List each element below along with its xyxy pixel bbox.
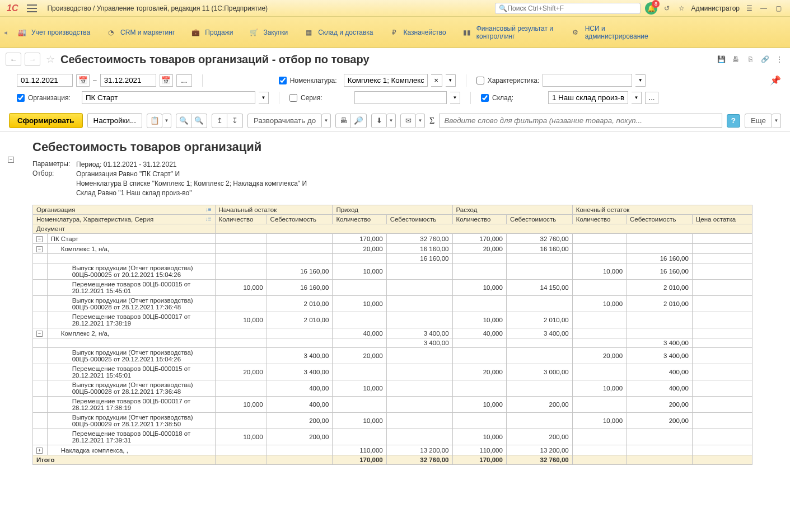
table-row[interactable]: Выпуск продукции (Отчет производства) 00… [33,413,752,429]
find-button[interactable]: 🔍 [176,114,191,128]
settings-button[interactable]: Настройки... [87,113,142,128]
col-out-cost[interactable]: Себестоимость [506,215,572,224]
link-icon[interactable]: 🔗 [760,54,770,64]
section-crm[interactable]: ◔CRM и маркетинг [98,17,183,48]
expand-to-button[interactable]: Разворачивать до [247,114,322,128]
characteristic-dropdown-icon[interactable]: ▼ [635,74,646,87]
section-treasury[interactable]: ₽Казначейство [381,17,454,48]
series-checkbox[interactable] [289,94,297,102]
email-button[interactable]: ✉ [400,114,416,128]
table-row[interactable]: Перемещение товаров 00ЦБ-000017 от 28.12… [33,397,752,413]
col-begin-cost[interactable]: Себестоимость [267,215,333,224]
pin-icon[interactable]: 📌 [770,75,781,86]
row-toggle-icon[interactable]: − [36,331,43,337]
characteristic-checkbox[interactable] [476,77,484,84]
print-icon[interactable]: 🖶 [731,54,741,64]
notifications-icon[interactable]: 🔔 8 [645,2,657,15]
quick-filter-input[interactable] [439,114,722,128]
export-icon[interactable]: ⎘ [745,54,755,64]
table-row[interactable]: Перемещение товаров 00ЦБ-000018 от 28.12… [33,429,752,445]
org-checkbox[interactable] [17,94,25,102]
history-icon[interactable]: ↺ [662,3,672,13]
section-purchases[interactable]: 🛒Закупки [241,17,296,48]
table-row[interactable]: 3 400,003 400,00 [33,338,752,348]
col-in-qty[interactable]: Количество [333,215,386,224]
table-row[interactable]: Выпуск продукции (Отчет производства) 00… [33,380,752,397]
table-row[interactable]: Перемещение товаров 00ЦБ-000015 от 20.12… [33,364,752,380]
save-button[interactable]: ⬇ [371,114,387,128]
col-end-qty[interactable]: Количество [572,215,626,224]
more-vert-icon[interactable]: ⋮ [774,54,784,64]
calendar-to-icon[interactable]: 📅 [160,74,173,87]
email-dropdown-icon[interactable]: ▼ [416,114,425,128]
table-row[interactable]: Перемещение товаров 00ЦБ-000017 от 28.12… [33,312,752,328]
series-dropdown-icon[interactable]: ▼ [450,92,460,104]
warehouse-checkbox[interactable] [481,94,489,102]
favorite-star-icon[interactable]: ☆ [44,53,57,65]
search-input[interactable] [507,4,637,12]
date-to-input[interactable] [100,74,156,87]
period-picker-button[interactable]: ... [176,74,192,87]
clear-nomenclature-icon[interactable]: × [431,74,442,87]
table-row[interactable]: −Комплекс 1, н/а,20,00016 160,0020,00016… [33,244,752,254]
collapse-button[interactable]: ↥ [212,114,227,128]
warehouse-input[interactable] [548,91,628,104]
col-in-cost[interactable]: Себестоимость [386,215,452,224]
org-dropdown-icon[interactable]: ▼ [259,92,269,104]
warehouse-picker-button[interactable]: ... [645,92,658,104]
col-org[interactable]: Организация↓≡ [33,205,216,215]
table-row[interactable]: +Накладка комплекса, ,110,00013 200,0011… [33,445,752,455]
find-next-button[interactable]: 🔍 [191,114,207,128]
row-toggle-icon[interactable]: − [36,246,43,252]
nomenclature-checkbox[interactable] [279,77,287,84]
generate-button[interactable]: Сформировать [9,113,83,128]
table-row[interactable]: −ПК Старт170,00032 760,00170,00032 760,0… [33,234,752,244]
preview-button[interactable]: 🔎 [351,114,367,128]
warehouse-dropdown-icon[interactable]: ▼ [632,92,642,104]
nomenclature-dropdown-icon[interactable]: ▼ [446,74,456,87]
expand-to-dropdown-icon[interactable]: ▼ [322,114,331,128]
section-nsi[interactable]: ⚙НСИ и администрирование [563,17,671,48]
variants-dropdown-icon[interactable]: ▼ [162,114,171,128]
section-sales[interactable]: 💼Продажи [183,17,241,48]
nav-back-button[interactable]: ← [6,53,21,66]
section-production[interactable]: 🏭Учет производства [9,17,98,48]
maximize-icon[interactable]: ▢ [773,3,783,13]
save-dropdown-icon[interactable]: ▼ [387,114,396,128]
characteristic-input[interactable] [543,74,632,87]
table-row[interactable]: Перемещение товаров 00ЦБ-000015 от 20.12… [33,280,752,296]
row-toggle-icon[interactable]: + [36,448,43,454]
favorites-icon[interactable]: ☆ [676,3,686,13]
save-icon[interactable]: 💾 [716,54,726,64]
col-nomen[interactable]: Номенклатура, Характеристика, Серия↓≡ [33,215,216,224]
date-from-input[interactable] [17,74,73,87]
table-row[interactable]: 16 160,0016 160,00 [33,254,752,263]
help-button[interactable]: ? [727,114,740,128]
main-menu-icon[interactable] [27,4,37,12]
variants-button[interactable]: 📋 [147,114,162,128]
section-finance[interactable]: ▮▮Финансовый результат и контроллинг [454,17,563,48]
org-input[interactable] [82,91,255,104]
global-search[interactable]: 🔍 [495,3,641,14]
nomenclature-input[interactable] [344,74,428,87]
print-button[interactable]: 🖶 [335,114,351,128]
col-end-cost[interactable]: Себестоимость [627,215,693,224]
user-name[interactable]: Администратор [691,4,740,12]
col-out-qty[interactable]: Количество [452,215,506,224]
calendar-from-icon[interactable]: 📅 [76,74,90,87]
col-doc[interactable]: Документ [33,224,216,234]
col-end-price[interactable]: Цена остатка [692,215,752,224]
row-toggle-icon[interactable]: − [36,236,43,242]
sections-prev-icon[interactable]: ◂ [2,29,9,36]
expand-button[interactable]: ↧ [227,114,243,128]
table-row[interactable]: Выпуск продукции (Отчет производства) 00… [33,263,752,280]
nav-forward-button[interactable]: → [25,53,40,66]
more-dropdown-icon[interactable]: ▼ [772,114,781,128]
sum-icon[interactable]: Σ [429,116,434,126]
section-warehouse[interactable]: ▦Склад и доставка [296,17,381,48]
table-row[interactable]: Выпуск продукции (Отчет производства) 00… [33,296,752,312]
settings-menu-icon[interactable]: ☰ [744,3,754,13]
series-input[interactable] [354,91,447,104]
col-begin-qty[interactable]: Количество [215,215,267,224]
more-button[interactable]: Еще [745,114,772,128]
